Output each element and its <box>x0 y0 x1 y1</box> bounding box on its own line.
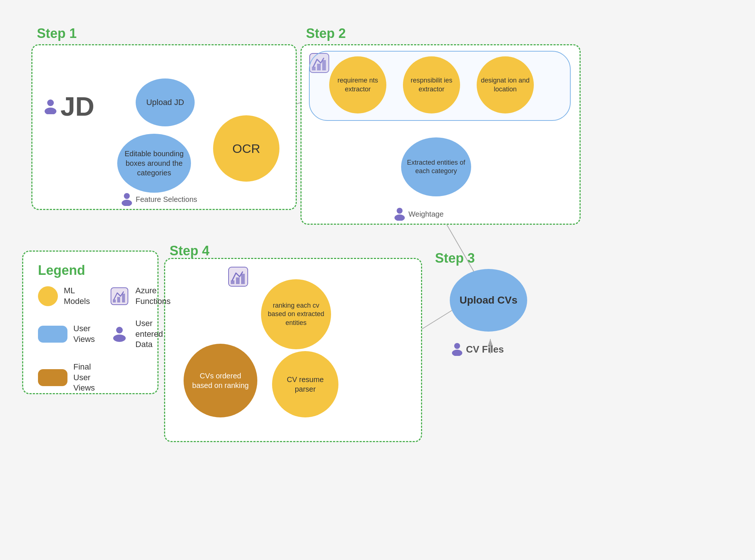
cv-parser-circle: CV resume parser <box>272 351 338 417</box>
weightage-group: Weightage <box>394 207 443 221</box>
step4-box: ranking each cv based on extracted entit… <box>164 258 422 442</box>
svg-point-34 <box>116 327 123 333</box>
diagram-container: Step 1 JD Upload JD Editable bounding bo… <box>0 0 755 560</box>
editable-boxes-circle: Editable bounding boxes around the categ… <box>117 134 191 193</box>
upload-jd-circle: Upload JD <box>136 78 195 126</box>
extracted-entities-circle: Extracted entities of each category <box>401 137 471 196</box>
legend-person-icon <box>109 324 129 344</box>
legend-box: Legend ML Models Azure Functio <box>22 251 159 394</box>
feature-selections-label: Feature Selections <box>136 195 197 204</box>
step2-box: requireme nts extractor respnsibilit ies… <box>300 44 581 225</box>
cvs-ordered-circle: CVs ordered based on ranking <box>184 344 257 417</box>
legend-final-views-label: Final User Views <box>73 362 95 393</box>
svg-rect-31 <box>113 300 116 302</box>
svg-rect-29 <box>241 274 245 284</box>
svg-point-24 <box>454 343 460 349</box>
svg-point-25 <box>452 350 462 356</box>
person-weightage-icon <box>394 207 406 221</box>
azure-legend-svg <box>110 287 129 305</box>
legend-user-views: User Views <box>38 318 95 350</box>
svg-point-14 <box>47 99 54 106</box>
cv-files-group: CV Files <box>451 343 504 356</box>
step2-label: Step 2 <box>306 26 346 41</box>
legend-final-views: Final User Views <box>38 362 95 393</box>
legend-ml-models: ML Models <box>38 286 95 307</box>
legend-azure-label: Azure Functions <box>135 286 170 307</box>
person-jd-icon <box>44 99 58 114</box>
weightage-label: Weightage <box>408 210 443 218</box>
svg-rect-33 <box>122 294 125 302</box>
azure-function-step4 <box>228 266 248 288</box>
step1-box: JD Upload JD Editable bounding boxes aro… <box>31 44 297 210</box>
legend-user-data: User entered Data <box>109 318 170 350</box>
svg-point-16 <box>124 193 130 199</box>
azure-icon-step4 <box>228 266 248 287</box>
designation-circle: designat ion and location <box>477 56 534 113</box>
requirements-circle: requireme nts extractor <box>329 56 386 113</box>
legend-user-views-label: User Views <box>73 323 95 344</box>
legend-yellow-circle <box>38 286 58 306</box>
legend-blue-rect <box>38 326 67 343</box>
legend-ml-label: ML Models <box>64 286 95 307</box>
ocr-circle: OCR <box>213 115 279 182</box>
step4-label: Step 4 <box>170 243 209 259</box>
legend-azure-icon <box>109 286 129 306</box>
legend-azure: Azure Functions <box>109 286 170 307</box>
svg-rect-27 <box>231 280 234 284</box>
responsibilities-circle: respnsibilit ies extractor <box>403 56 460 113</box>
cv-files-label: CV Files <box>466 344 504 355</box>
person-cv-icon <box>451 343 463 356</box>
legend-user-data-label: User entered Data <box>135 318 170 350</box>
legend-title: Legend <box>38 263 143 278</box>
person-feature-icon <box>121 193 133 206</box>
step3-label: Step 3 <box>435 251 475 266</box>
upload-cvs-circle: Upload CVs <box>450 269 527 332</box>
svg-point-22 <box>397 208 403 214</box>
svg-point-23 <box>394 214 405 221</box>
legend-grid: ML Models Azure Functions Us <box>38 286 143 399</box>
svg-rect-28 <box>236 277 240 284</box>
svg-point-35 <box>113 335 126 342</box>
legend-brown-rect <box>38 369 67 386</box>
svg-point-15 <box>45 108 56 114</box>
svg-rect-32 <box>117 297 120 302</box>
svg-point-17 <box>122 200 132 206</box>
feature-selections-group: Feature Selections <box>121 193 197 206</box>
person-legend-svg <box>112 326 127 342</box>
jd-text: JD <box>60 93 94 120</box>
step1-label: Step 1 <box>37 26 77 41</box>
ranking-circle: ranking each cv based on extracted entit… <box>261 279 331 349</box>
jd-group: JD <box>44 93 94 120</box>
